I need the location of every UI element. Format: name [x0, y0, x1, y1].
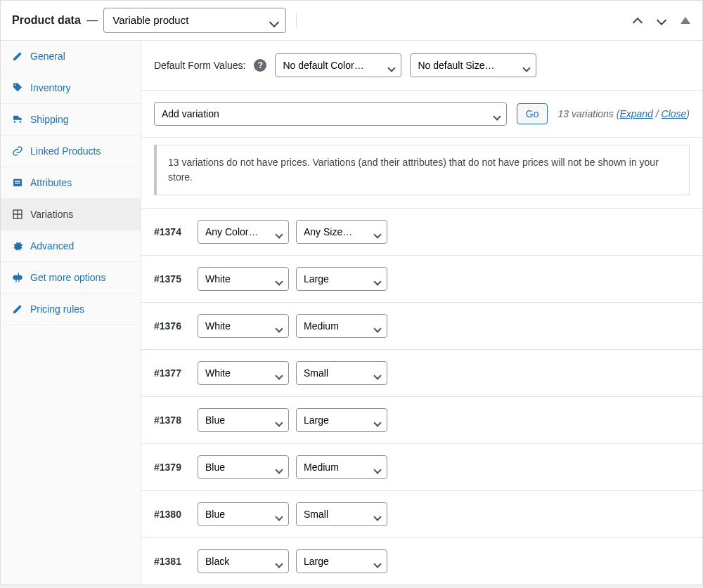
default-form-row: Default Form Values: ? No default Color…… — [141, 41, 702, 91]
panel-header: Product data — Variable product — [1, 1, 702, 41]
sidebar-item-label: Advanced — [30, 240, 74, 251]
variation-color-select[interactable]: Any Color… — [198, 220, 289, 244]
triangle-up-icon — [681, 17, 690, 24]
product-data-panel: Product data — Variable product General — [0, 0, 703, 585]
variation-count-info: 13 variations (Expand / Close) — [557, 108, 690, 119]
chevron-up-icon — [633, 18, 643, 27]
tag-icon — [12, 82, 23, 93]
variations-panel: Default Form Values: ? No default Color…… — [141, 41, 702, 584]
sidebar-item-variations[interactable]: Variations — [1, 199, 141, 230]
variation-color-select[interactable]: Blue — [198, 502, 289, 526]
variation-id: #1380 — [154, 509, 191, 520]
plugin-icon — [12, 272, 23, 283]
sidebar-item-linked-products[interactable]: Linked Products — [1, 136, 141, 167]
link-icon — [12, 145, 23, 157]
sidebar-item-label: Get more options — [30, 272, 105, 283]
sidebar-item-general[interactable]: General — [1, 41, 141, 72]
variation-color-select[interactable]: Black — [198, 549, 289, 573]
variation-size-select[interactable]: Large — [296, 267, 387, 291]
variation-id: #1381 — [154, 556, 191, 567]
variation-color-select[interactable]: White — [198, 361, 289, 385]
variation-row[interactable]: #1376WhiteMedium — [141, 302, 702, 349]
sidebar-item-label: Attributes — [30, 177, 72, 188]
sidebar-item-shipping[interactable]: Shipping — [1, 104, 141, 136]
variation-size-select[interactable]: Small — [296, 361, 387, 385]
variation-color-select[interactable]: White — [198, 267, 289, 291]
expand-link[interactable]: Expand — [619, 108, 652, 119]
wrench-icon — [12, 303, 23, 315]
variation-id: #1375 — [154, 273, 191, 285]
variation-size-select[interactable]: Large — [296, 408, 387, 432]
panel-title: Product data — [12, 14, 81, 26]
sidebar-item-inventory[interactable]: Inventory — [1, 72, 141, 104]
panel-collapse-button[interactable] — [680, 15, 691, 26]
svg-rect-1 — [15, 181, 20, 181]
product-type-select[interactable]: Variable product — [103, 8, 286, 33]
variation-action-row: Add variation Go 13 variations (Expand /… — [141, 91, 702, 138]
separator — [296, 13, 297, 27]
svg-rect-2 — [15, 183, 20, 183]
variation-size-select[interactable]: Large — [296, 549, 387, 573]
variation-row[interactable]: #1378BlueLarge — [141, 396, 702, 443]
sidebar-item-pricing-rules[interactable]: Pricing rules — [1, 294, 141, 325]
variation-id: #1378 — [154, 414, 191, 426]
variation-id: #1377 — [154, 367, 191, 379]
variation-row[interactable]: #1377WhiteSmall — [141, 349, 702, 396]
variation-size-select[interactable]: Medium — [296, 455, 387, 479]
sidebar-item-get-more-options[interactable]: Get more options — [1, 262, 141, 294]
go-button[interactable]: Go — [517, 103, 548, 124]
variation-action-select[interactable]: Add variation — [154, 102, 507, 126]
grid-icon — [12, 209, 23, 220]
price-warning-notice: 13 variations do not have prices. Variat… — [154, 145, 690, 195]
help-icon[interactable]: ? — [254, 59, 266, 72]
variation-row[interactable]: #1381BlackLarge — [141, 537, 702, 584]
sidebar-item-label: Variations — [30, 209, 73, 220]
sidebar-item-label: General — [30, 51, 65, 62]
default-color-select[interactable]: No default Color… — [275, 53, 401, 77]
chevron-down-icon — [657, 15, 666, 25]
variation-list: #1374Any Color…Any Size…#1375WhiteLarge#… — [141, 208, 702, 584]
sidebar-item-label: Shipping — [30, 114, 69, 125]
variation-row[interactable]: #1374Any Color…Any Size… — [141, 208, 702, 255]
panel-down-button[interactable] — [656, 15, 667, 26]
variation-size-select[interactable]: Small — [296, 502, 387, 526]
sidebar-item-attributes[interactable]: Attributes — [1, 167, 141, 199]
sidebar-item-label: Pricing rules — [30, 303, 84, 315]
panel-body: General Inventory Shipping — [1, 41, 702, 584]
variation-color-select[interactable]: Blue — [198, 455, 289, 479]
sidebar-item-label: Linked Products — [30, 145, 101, 157]
variation-size-select[interactable]: Any Size… — [296, 220, 387, 244]
variation-id: #1374 — [154, 226, 191, 237]
variation-row[interactable]: #1380BlueSmall — [141, 490, 702, 537]
panel-up-button[interactable] — [632, 15, 643, 26]
default-size-select[interactable]: No default Size… — [410, 53, 536, 77]
variation-row[interactable]: #1375WhiteLarge — [141, 255, 702, 302]
list-icon — [12, 177, 23, 188]
truck-icon — [12, 114, 23, 125]
variation-color-select[interactable]: Blue — [198, 408, 289, 432]
default-form-label: Default Form Values: — [154, 60, 245, 71]
wrench-icon — [12, 51, 23, 62]
variation-id: #1376 — [154, 320, 191, 332]
product-data-tabs: General Inventory Shipping — [1, 41, 141, 584]
variation-row[interactable]: #1379BlueMedium — [141, 443, 702, 490]
variation-id: #1379 — [154, 462, 191, 473]
variation-color-select[interactable]: White — [198, 314, 289, 338]
variation-size-select[interactable]: Medium — [296, 314, 387, 338]
dash-separator: — — [86, 14, 98, 26]
sidebar-item-advanced[interactable]: Advanced — [1, 230, 141, 262]
product-type-select-wrap: Variable product — [101, 8, 286, 33]
close-link[interactable]: Close — [662, 108, 687, 119]
sidebar-item-label: Inventory — [30, 82, 71, 93]
gear-icon — [12, 240, 23, 251]
